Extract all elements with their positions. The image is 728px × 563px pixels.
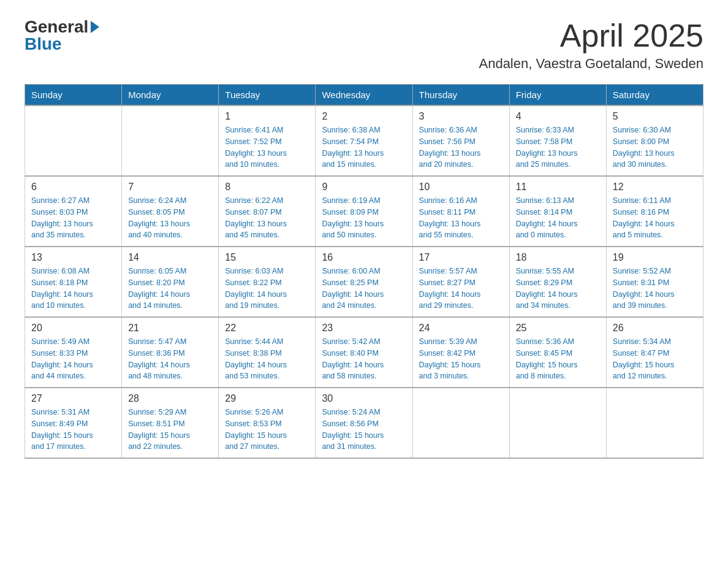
day-number: 6 xyxy=(31,182,115,193)
day-of-week-header: Tuesday xyxy=(219,85,316,106)
day-info: Sunrise: 6:24 AMSunset: 8:05 PMDaylight:… xyxy=(128,195,212,241)
day-info: Sunrise: 5:57 AMSunset: 8:27 PMDaylight:… xyxy=(419,266,503,312)
calendar-week-row: 27Sunrise: 5:31 AMSunset: 8:49 PMDayligh… xyxy=(25,388,703,458)
day-number: 4 xyxy=(516,111,600,122)
calendar-body: 1Sunrise: 6:41 AMSunset: 7:52 PMDaylight… xyxy=(25,105,703,458)
calendar-cell: 1Sunrise: 6:41 AMSunset: 7:52 PMDaylight… xyxy=(219,105,316,176)
day-info: Sunrise: 6:11 AMSunset: 8:16 PMDaylight:… xyxy=(613,195,697,241)
calendar-cell: 6Sunrise: 6:27 AMSunset: 8:03 PMDaylight… xyxy=(25,176,122,247)
day-number: 15 xyxy=(225,252,309,263)
calendar-cell: 2Sunrise: 6:38 AMSunset: 7:54 PMDaylight… xyxy=(316,105,412,176)
day-number: 3 xyxy=(419,111,503,122)
day-info: Sunrise: 5:34 AMSunset: 8:47 PMDaylight:… xyxy=(613,336,697,382)
day-number: 24 xyxy=(419,323,503,334)
calendar-cell: 22Sunrise: 5:44 AMSunset: 8:38 PMDayligh… xyxy=(219,317,316,388)
day-number: 21 xyxy=(128,323,212,334)
day-info: Sunrise: 6:38 AMSunset: 7:54 PMDaylight:… xyxy=(322,124,406,170)
calendar-cell: 9Sunrise: 6:19 AMSunset: 8:09 PMDaylight… xyxy=(316,176,412,247)
calendar-cell: 5Sunrise: 6:30 AMSunset: 8:00 PMDaylight… xyxy=(606,105,703,176)
calendar-cell: 12Sunrise: 6:11 AMSunset: 8:16 PMDayligh… xyxy=(606,176,703,247)
calendar-week-row: 6Sunrise: 6:27 AMSunset: 8:03 PMDaylight… xyxy=(25,176,703,247)
month-title: April 2025 xyxy=(479,18,703,53)
day-number: 18 xyxy=(516,252,600,263)
day-number: 25 xyxy=(516,323,600,334)
calendar-cell: 18Sunrise: 5:55 AMSunset: 8:29 PMDayligh… xyxy=(509,247,606,317)
day-of-week-header: Saturday xyxy=(606,85,703,106)
calendar-cell: 28Sunrise: 5:29 AMSunset: 8:51 PMDayligh… xyxy=(122,388,219,458)
day-info: Sunrise: 6:27 AMSunset: 8:03 PMDaylight:… xyxy=(31,195,115,241)
calendar-cell xyxy=(25,105,122,176)
calendar-cell: 21Sunrise: 5:47 AMSunset: 8:36 PMDayligh… xyxy=(122,317,219,388)
day-of-week-header: Friday xyxy=(509,85,606,106)
day-info: Sunrise: 6:19 AMSunset: 8:09 PMDaylight:… xyxy=(322,195,406,241)
day-info: Sunrise: 5:39 AMSunset: 8:42 PMDaylight:… xyxy=(419,336,503,382)
day-number: 2 xyxy=(322,111,406,122)
calendar-cell: 8Sunrise: 6:22 AMSunset: 8:07 PMDaylight… xyxy=(219,176,316,247)
day-number: 20 xyxy=(31,323,115,334)
days-of-week-row: SundayMondayTuesdayWednesdayThursdayFrid… xyxy=(25,85,703,106)
day-info: Sunrise: 6:36 AMSunset: 7:56 PMDaylight:… xyxy=(419,124,503,170)
day-info: Sunrise: 5:55 AMSunset: 8:29 PMDaylight:… xyxy=(516,266,600,312)
calendar-cell: 19Sunrise: 5:52 AMSunset: 8:31 PMDayligh… xyxy=(606,247,703,317)
day-info: Sunrise: 5:42 AMSunset: 8:40 PMDaylight:… xyxy=(322,336,406,382)
day-info: Sunrise: 5:29 AMSunset: 8:51 PMDaylight:… xyxy=(128,407,212,453)
day-info: Sunrise: 6:00 AMSunset: 8:25 PMDaylight:… xyxy=(322,266,406,312)
calendar-cell: 10Sunrise: 6:16 AMSunset: 8:11 PMDayligh… xyxy=(412,176,509,247)
day-info: Sunrise: 5:36 AMSunset: 8:45 PMDaylight:… xyxy=(516,336,600,382)
calendar-cell: 15Sunrise: 6:03 AMSunset: 8:22 PMDayligh… xyxy=(219,247,316,317)
day-number: 19 xyxy=(613,252,697,263)
calendar-cell: 26Sunrise: 5:34 AMSunset: 8:47 PMDayligh… xyxy=(606,317,703,388)
calendar-week-row: 20Sunrise: 5:49 AMSunset: 8:33 PMDayligh… xyxy=(25,317,703,388)
calendar-cell: 30Sunrise: 5:24 AMSunset: 8:56 PMDayligh… xyxy=(316,388,412,458)
day-of-week-header: Wednesday xyxy=(316,85,412,106)
calendar-cell: 3Sunrise: 6:36 AMSunset: 7:56 PMDaylight… xyxy=(412,105,509,176)
day-number: 22 xyxy=(225,323,309,334)
day-number: 17 xyxy=(419,252,503,263)
day-info: Sunrise: 5:24 AMSunset: 8:56 PMDaylight:… xyxy=(322,407,406,453)
day-number: 11 xyxy=(516,182,600,193)
calendar-cell: 29Sunrise: 5:26 AMSunset: 8:53 PMDayligh… xyxy=(219,388,316,458)
day-info: Sunrise: 5:49 AMSunset: 8:33 PMDaylight:… xyxy=(31,336,115,382)
day-number: 8 xyxy=(225,182,309,193)
calendar-cell: 17Sunrise: 5:57 AMSunset: 8:27 PMDayligh… xyxy=(412,247,509,317)
day-info: Sunrise: 6:30 AMSunset: 8:00 PMDaylight:… xyxy=(613,124,697,170)
calendar-cell: 27Sunrise: 5:31 AMSunset: 8:49 PMDayligh… xyxy=(25,388,122,458)
logo-blue-text: Blue xyxy=(25,36,62,53)
calendar-table: SundayMondayTuesdayWednesdayThursdayFrid… xyxy=(25,84,703,459)
day-number: 27 xyxy=(31,393,115,404)
calendar-cell: 23Sunrise: 5:42 AMSunset: 8:40 PMDayligh… xyxy=(316,317,412,388)
day-number: 26 xyxy=(613,323,697,334)
title-area: April 2025 Andalen, Vaestra Goetaland, S… xyxy=(479,18,703,72)
logo-triangle-icon xyxy=(91,21,99,33)
day-number: 12 xyxy=(613,182,697,193)
day-info: Sunrise: 6:22 AMSunset: 8:07 PMDaylight:… xyxy=(225,195,309,241)
calendar-cell xyxy=(412,388,509,458)
calendar-cell: 16Sunrise: 6:00 AMSunset: 8:25 PMDayligh… xyxy=(316,247,412,317)
calendar-cell: 20Sunrise: 5:49 AMSunset: 8:33 PMDayligh… xyxy=(25,317,122,388)
calendar-header: SundayMondayTuesdayWednesdayThursdayFrid… xyxy=(25,85,703,106)
day-info: Sunrise: 5:44 AMSunset: 8:38 PMDaylight:… xyxy=(225,336,309,382)
day-number: 23 xyxy=(322,323,406,334)
calendar-cell: 11Sunrise: 6:13 AMSunset: 8:14 PMDayligh… xyxy=(509,176,606,247)
day-info: Sunrise: 6:16 AMSunset: 8:11 PMDaylight:… xyxy=(419,195,503,241)
location-subtitle: Andalen, Vaestra Goetaland, Sweden xyxy=(479,56,703,72)
day-number: 10 xyxy=(419,182,503,193)
calendar-week-row: 13Sunrise: 6:08 AMSunset: 8:18 PMDayligh… xyxy=(25,247,703,317)
calendar-week-row: 1Sunrise: 6:41 AMSunset: 7:52 PMDaylight… xyxy=(25,105,703,176)
day-of-week-header: Thursday xyxy=(412,85,509,106)
calendar-cell: 7Sunrise: 6:24 AMSunset: 8:05 PMDaylight… xyxy=(122,176,219,247)
day-info: Sunrise: 5:26 AMSunset: 8:53 PMDaylight:… xyxy=(225,407,309,453)
calendar-cell xyxy=(122,105,219,176)
logo-general-text: General xyxy=(25,18,88,36)
day-info: Sunrise: 6:41 AMSunset: 7:52 PMDaylight:… xyxy=(225,124,309,170)
day-info: Sunrise: 6:13 AMSunset: 8:14 PMDaylight:… xyxy=(516,195,600,241)
day-number: 13 xyxy=(31,252,115,263)
calendar-cell: 4Sunrise: 6:33 AMSunset: 7:58 PMDaylight… xyxy=(509,105,606,176)
day-number: 30 xyxy=(322,393,406,404)
calendar-cell xyxy=(509,388,606,458)
day-number: 14 xyxy=(128,252,212,263)
day-number: 29 xyxy=(225,393,309,404)
day-of-week-header: Monday xyxy=(122,85,219,106)
calendar-cell xyxy=(606,388,703,458)
day-number: 9 xyxy=(322,182,406,193)
